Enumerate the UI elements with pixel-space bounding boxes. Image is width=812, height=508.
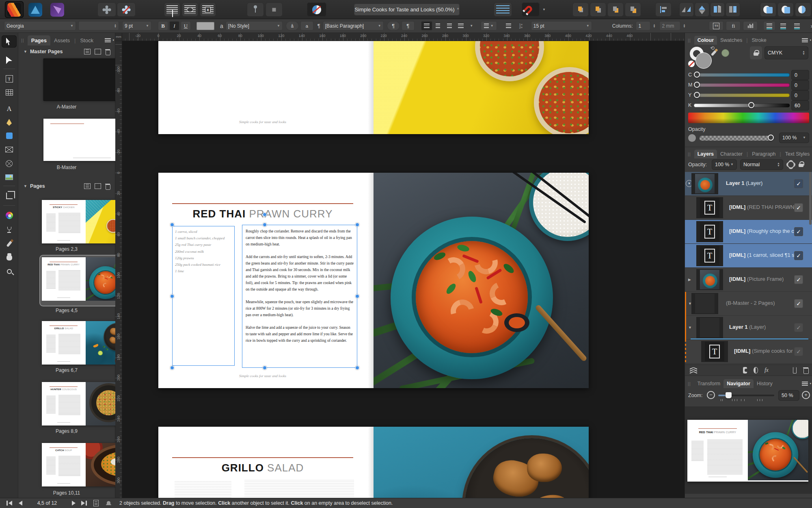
alignment-dropdown[interactable]: ▼ — [466, 21, 477, 30]
picture-frame-ellipse-tool[interactable] — [2, 157, 17, 169]
picked-colour-swatch[interactable] — [721, 49, 729, 57]
layers-stack-icon[interactable] — [690, 367, 694, 373]
black-slider[interactable] — [694, 104, 790, 107]
tab-navigator[interactable]: Navigator — [723, 379, 754, 388]
selection-handle[interactable] — [170, 366, 174, 370]
layer-visibility-checkbox[interactable]: ✓ — [794, 299, 803, 308]
vertical-align-bottom-button[interactable] — [791, 21, 803, 30]
expander-icon[interactable]: ▼ — [688, 326, 692, 330]
opacity-slider[interactable] — [700, 136, 773, 141]
page-right-photo[interactable] — [374, 41, 589, 134]
tab-character[interactable]: Character — [717, 150, 746, 158]
next-spread-button[interactable] — [72, 501, 76, 506]
page-left[interactable]: GRILLO SALAD — [158, 427, 374, 498]
spacing-button[interactable]: ▼ — [481, 21, 497, 30]
boolean-intersect-button[interactable] — [795, 2, 811, 17]
notifications-bell-icon[interactable] — [106, 501, 111, 506]
node-tool[interactable] — [2, 54, 17, 66]
tab-layers[interactable]: Layers — [694, 150, 717, 158]
rectangle-tool[interactable] — [2, 130, 17, 142]
show-para-marks-button[interactable]: ¶ — [402, 21, 415, 30]
tab-colour[interactable]: Colour — [694, 36, 717, 45]
layer-row-b-master[interactable]: ▼ (B-Master - 2 Pages) ✓ — [685, 292, 812, 316]
layer-visibility-checkbox[interactable]: ✓ — [794, 347, 803, 356]
slider-knob[interactable] — [694, 72, 700, 78]
pages-list-icon[interactable] — [93, 500, 99, 506]
character-style-select[interactable]: [No Style]▼ — [226, 21, 283, 30]
move-backward-button[interactable] — [607, 2, 624, 17]
opacity-value-select[interactable]: 100 %▼ — [779, 132, 809, 143]
mask-icon[interactable] — [743, 367, 747, 373]
layer-row-layer1[interactable]: ▼ Layer 1 (Layer) ✓ — [685, 172, 812, 196]
instructions-text-frame[interactable]: Roughly chop the coriander. Remove and d… — [242, 225, 357, 368]
selection-handle[interactable] — [263, 366, 267, 370]
cyan-value[interactable]: 0 — [791, 70, 809, 80]
photo-app-icon[interactable] — [50, 3, 64, 17]
selection-handle[interactable] — [170, 223, 174, 227]
vector-crop-tool[interactable] — [2, 190, 17, 202]
slider-knob[interactable] — [694, 92, 700, 98]
selection-handle[interactable] — [170, 294, 174, 298]
previous-spread-button[interactable] — [19, 501, 22, 506]
ingredients-text-frame[interactable]: 1 carrot, sliced1 small bunch coriander,… — [172, 226, 235, 366]
no-colour-swatch[interactable] — [688, 61, 695, 67]
italic-button[interactable]: I — [169, 21, 179, 30]
designer-app-icon[interactable] — [28, 3, 42, 17]
boolean-add-button[interactable] — [760, 2, 776, 17]
delete-layer-icon[interactable] — [803, 367, 806, 373]
move-tool[interactable] — [2, 35, 17, 48]
yellow-value[interactable]: 0 — [791, 90, 809, 100]
frame-text-tool[interactable]: T — [2, 73, 17, 85]
page-left[interactable]: Simple cooks for taste and looks — [158, 41, 374, 134]
align-center-button[interactable] — [432, 21, 444, 30]
transparency-tool[interactable] — [2, 224, 17, 236]
tab-swatches[interactable]: Swatches — [717, 36, 745, 45]
master-list-icon[interactable] — [84, 49, 91, 54]
layer-visibility-checkbox[interactable]: ✓ — [794, 227, 803, 236]
selection-handle[interactable] — [263, 223, 267, 227]
rotate-ccw-button[interactable]: ↰ — [710, 2, 725, 17]
expander-icon[interactable]: ▶ — [688, 278, 691, 282]
cyan-slider[interactable] — [694, 73, 790, 77]
panel-grip[interactable]: || — [21, 38, 24, 43]
flip-vertical-button[interactable] — [695, 2, 709, 17]
layer-row-idml-instructions[interactable]: T [IDML] (Roughly chop the c ✓ — [685, 220, 812, 244]
pages-header[interactable]: ▼ Pages — [18, 182, 115, 190]
no-style-flower-button[interactable] — [117, 2, 136, 17]
char-rotation-button[interactable]: a̐ — [286, 21, 299, 30]
flip-horizontal-button[interactable] — [679, 2, 694, 17]
style-picker-tool[interactable] — [2, 238, 17, 250]
panel-grip[interactable]: || — [688, 152, 691, 156]
layers-opacity-select[interactable]: 100 %▼ — [712, 159, 737, 170]
tab-stock[interactable]: Stock — [76, 35, 97, 46]
tab-stroke[interactable]: Stroke — [748, 36, 769, 45]
page-right-photo[interactable] — [374, 427, 589, 498]
adjustment-icon[interactable] — [754, 367, 758, 373]
vertical-align-top-button[interactable] — [763, 21, 775, 30]
bold-button[interactable]: B — [158, 21, 168, 30]
slider-knob[interactable] — [748, 102, 754, 108]
gear-icon[interactable] — [787, 161, 795, 168]
boolean-subtract-button[interactable] — [777, 2, 794, 17]
snapping-dropdown[interactable]: ▼ — [540, 2, 548, 17]
toolbar-overflow-button[interactable]: » — [810, 23, 812, 29]
selection-handle[interactable] — [355, 366, 359, 370]
panel-menu-icon[interactable] — [105, 38, 111, 42]
add-master-icon[interactable] — [95, 49, 101, 54]
zoom-in-button[interactable]: + — [802, 391, 810, 399]
delete-page-icon[interactable] — [105, 183, 110, 189]
add-page-icon[interactable] — [95, 183, 101, 189]
baseline-grid-button[interactable] — [743, 21, 758, 30]
rotation-handle[interactable] — [263, 213, 267, 217]
move-forward-button[interactable] — [590, 2, 606, 17]
import-pages-icon[interactable] — [84, 183, 91, 189]
navigator-viewport[interactable]: RED THAI PRAWN CURRY — [685, 406, 812, 494]
gutter-value-field[interactable]: 2 mm — [659, 21, 680, 30]
tab-pages[interactable]: Pages — [28, 35, 50, 46]
black-value[interactable]: 60 — [791, 100, 809, 111]
master-pages-header[interactable]: ▼ Master Pages — [18, 48, 115, 56]
numbered-list-button[interactable]: 1≡2≡ — [515, 21, 527, 30]
underline-button[interactable]: U — [181, 21, 191, 30]
selection-handle[interactable] — [355, 223, 359, 227]
layer-visibility-checkbox[interactable]: ✓ — [794, 203, 803, 212]
